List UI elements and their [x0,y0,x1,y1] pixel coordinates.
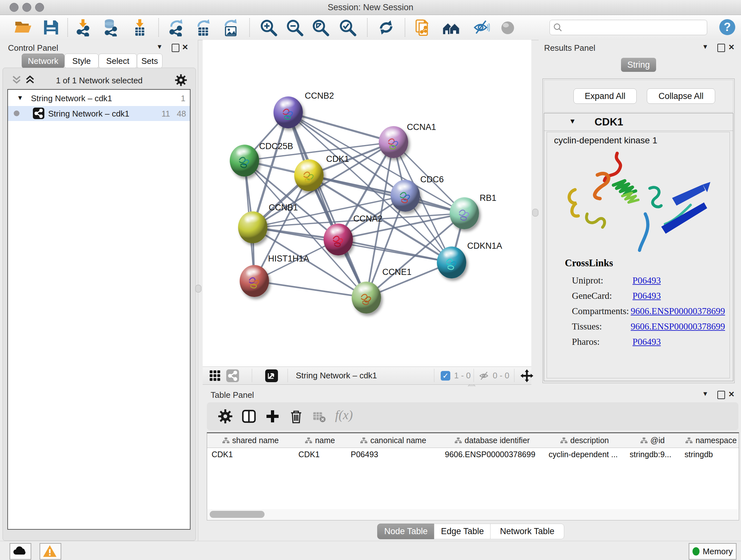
node-label-hist1h1a: HIST1H1A [268,254,309,264]
maximize-panel-icon[interactable] [172,44,179,52]
close-panel-icon[interactable]: ✕ [728,390,735,399]
search-input[interactable] [549,20,707,35]
column-header-database-identifier[interactable]: database identifier [441,433,544,448]
view-grid-icon[interactable] [209,370,221,384]
zoom-selected-icon[interactable] [338,18,357,37]
crosslink-link[interactable]: P06493 [632,336,661,347]
float-panel-icon[interactable]: ▼ [702,390,709,397]
save-session-icon[interactable] [42,18,60,37]
open-session-icon[interactable] [14,18,32,37]
table-cell[interactable]: CDK1 [294,448,346,461]
zoom-out-icon[interactable] [285,18,304,37]
export-image-icon[interactable] [221,18,240,37]
network-node-cdkn1a[interactable] [437,246,466,278]
tab-network[interactable]: Network [22,54,64,68]
table-settings-gear-icon[interactable] [218,409,233,426]
crosslink-link[interactable]: P06493 [632,275,661,286]
network-node-ccnb2[interactable] [273,97,303,128]
zoom-fit-icon[interactable] [311,18,330,37]
disclosure-triangle-icon[interactable]: ▼ [17,94,23,102]
network-options-gear-icon[interactable] [175,74,187,86]
gene-name: CDK1 [595,116,623,128]
tab-node-table[interactable]: Node Table [377,523,434,539]
show-columns-icon[interactable] [241,409,257,426]
share-document-icon[interactable] [414,18,432,37]
import-network-database-icon[interactable] [101,18,119,37]
column-header--id[interactable]: @id [625,433,680,448]
float-panel-icon[interactable]: ▼ [702,43,709,51]
network-node-ccna1[interactable] [379,126,408,158]
network-node-ccne1[interactable] [352,282,381,314]
close-panel-icon[interactable]: ✕ [182,43,188,52]
crosslink-link[interactable]: P06493 [632,291,661,301]
table-cell[interactable]: P06493 [346,448,441,461]
network-node-cdk1[interactable] [294,159,324,191]
delete-column-trash-icon[interactable] [288,409,304,426]
table-cell[interactable]: CDK1 [207,448,294,461]
export-table-icon[interactable] [194,18,213,37]
table-horizontal-scrollbar[interactable] [207,509,739,520]
selected-checkbox-icon[interactable]: ✓ [441,371,450,381]
protein-structure-thumbnail [384,134,403,153]
column-header-shared-name[interactable]: shared name [207,433,294,448]
disclosure-triangle-icon[interactable]: ▼ [569,117,576,125]
network-node-rb1[interactable] [450,197,479,229]
expand-all-button[interactable]: Expand All [574,88,636,104]
zoom-in-icon[interactable] [259,18,278,37]
protein-structure-thumbnail [357,290,376,308]
help-icon[interactable]: ? [719,19,735,35]
tab-edge-table[interactable]: Edge Table [434,523,491,539]
memory-button[interactable]: Memory [689,543,737,560]
tab-style[interactable]: Style [64,54,98,68]
network-row-selected[interactable]: String Network – cdk1 11 48 [8,106,190,121]
crosslink-link[interactable]: 9606.ENSP00000378699 [630,321,725,332]
crosslinks-list: Uniprot:P06493GeneCard:P06493Compartment… [572,273,725,349]
maximize-panel-icon[interactable] [718,44,725,52]
pan-move-icon[interactable] [520,369,534,385]
warnings-button[interactable] [40,543,61,560]
birds-eye-view-icon[interactable] [265,369,278,382]
hide-unselected-eye-slash-icon[interactable] [471,18,490,37]
column-header-description[interactable]: description [544,433,625,448]
protein-structure-thumbnail [245,273,264,292]
crosslink-row: GeneCard:P06493 [572,288,725,303]
import-network-file-icon[interactable] [74,18,92,37]
maximize-panel-icon[interactable] [718,391,725,399]
table-cell[interactable]: stringdb [680,448,739,461]
cloud-status-button[interactable] [10,543,31,560]
scrollbar-thumb[interactable] [210,511,265,518]
hidden-eye-slash-icon[interactable] [478,370,490,384]
node-table[interactable]: shared nameCDK1nameCDK1canonical nameP06… [207,432,739,513]
export-network-icon[interactable] [167,18,186,37]
import-table-icon[interactable] [131,18,149,37]
network-type-icon [33,108,44,119]
network-node-ccnb1[interactable] [238,211,267,243]
network-node-cdc25b[interactable] [230,145,259,177]
table-cell[interactable]: stringdb:9... [625,448,680,461]
crosslink-link[interactable]: 9606.ENSP00000378699 [630,306,725,316]
left-splitter-handle[interactable] [195,285,201,293]
close-panel-icon[interactable]: ✕ [728,43,735,52]
network-view-canvas[interactable]: CCNB2CCNA1CDC25BCDK1CDC6RB1CCNB1CCNA2CDK… [203,40,531,367]
table-cell[interactable]: 9606.ENSP00000378699 [441,448,544,461]
network-collection-row[interactable]: ▼ String Network – cdk1 1 [8,91,190,106]
network-node-hist1h1a[interactable] [240,265,269,297]
table-cell[interactable]: cyclin-dependent ... [544,448,625,461]
float-panel-icon[interactable]: ▼ [156,43,163,51]
tab-string[interactable]: String [621,58,656,72]
home-icon[interactable] [442,18,461,37]
column-header-name[interactable]: name [294,433,347,448]
tab-select[interactable]: Select [98,54,137,68]
tab-sets[interactable]: Sets [137,54,162,68]
add-column-plus-icon[interactable] [265,409,280,426]
gene-header-row[interactable]: ▼ CDK1 [544,113,733,131]
right-splitter-handle[interactable] [532,209,538,216]
network-node-cdc6[interactable] [391,180,420,212]
node-label-cdkn1a: CDKN1A [467,241,502,251]
network-node-ccna2[interactable] [324,224,353,255]
refresh-icon[interactable] [377,18,395,37]
column-header-namespace[interactable]: namespace [680,433,739,448]
column-header-canonical-name[interactable]: canonical name [346,433,441,448]
collapse-all-button[interactable]: Collapse All [647,88,715,104]
tab-network-table[interactable]: Network Table [490,523,564,539]
